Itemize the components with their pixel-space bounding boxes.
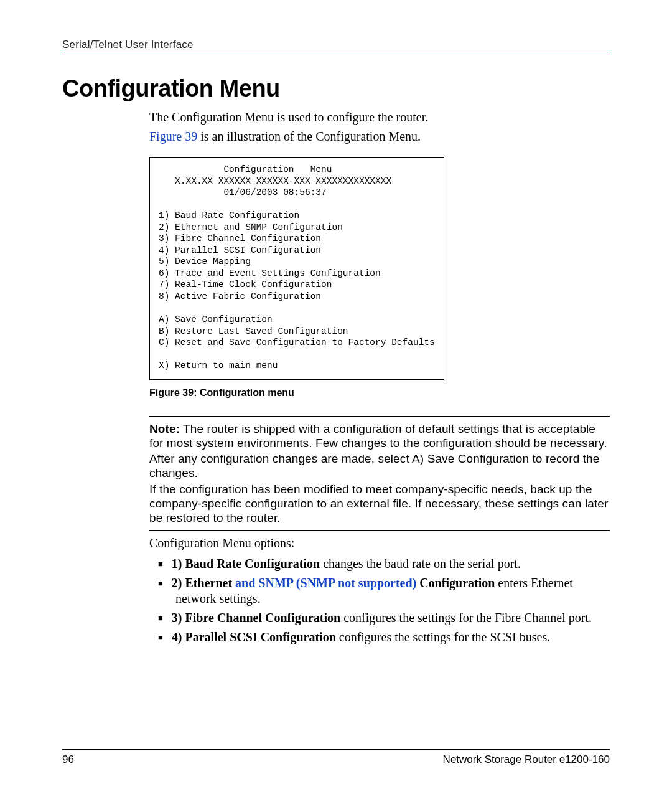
- doc-title: Network Storage Router e1200-160: [443, 753, 610, 766]
- note-bottom-rule: [149, 530, 610, 531]
- configuration-menu-box: Configuration Menu X.XX.XX XXXXXX XXXXXX…: [149, 157, 444, 380]
- option-item: 1) Baud Rate Configuration changes the b…: [149, 556, 610, 572]
- note-label: Note:: [149, 422, 180, 435]
- running-head: Serial/Telnet User Interface: [62, 39, 610, 51]
- page-number: 96: [62, 753, 74, 766]
- option-item: 3) Fibre Channel Configuration configure…: [149, 610, 610, 626]
- option-item: 4) Parallel SCSI Configuration configure…: [149, 630, 610, 645]
- note-p1-text: The router is shipped with a configurati…: [149, 422, 607, 450]
- note-p3: If the configuration has been modified t…: [149, 482, 610, 526]
- note-block: Note: The router is shipped with a confi…: [149, 422, 610, 525]
- intro-line-2-rest: is an illustration of the Configuration …: [197, 130, 421, 143]
- figure-link[interactable]: Figure 39: [149, 130, 197, 143]
- option-item: 2) Ethernet and SNMP (SNMP not supported…: [149, 575, 610, 606]
- figure-caption: Figure 39: Configuration menu: [149, 387, 610, 399]
- intro-line-2: Figure 39 is an illustration of the Conf…: [149, 129, 610, 144]
- note-top-rule: [149, 416, 610, 417]
- note-p1: Note: The router is shipped with a confi…: [149, 422, 610, 450]
- options-intro: Configuration Menu options:: [149, 536, 610, 551]
- header-rule: [62, 54, 610, 54]
- intro-line-1: The Configuration Menu is used to config…: [149, 110, 610, 125]
- note-p2: After any configuration changes are made…: [149, 451, 610, 480]
- section-title: Configuration Menu: [62, 75, 610, 102]
- page-footer: 96 Network Storage Router e1200-160: [62, 749, 610, 766]
- options-list: 1) Baud Rate Configuration changes the b…: [149, 556, 610, 645]
- footer-rule: [62, 749, 610, 750]
